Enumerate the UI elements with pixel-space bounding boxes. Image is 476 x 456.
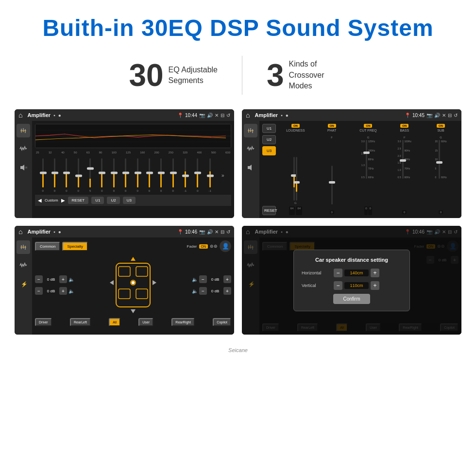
speaker-speaker-rr-icon: 🔈 [192,288,198,294]
eq-freq-80: 80 [99,151,102,154]
speaker-db-fr-minus[interactable]: − [199,275,207,283]
speaker-speaker-fr-icon: 🔈 [192,277,198,282]
crossover-ch-sub: ON SUB [423,124,459,134]
eq-sidebar-eq-icon[interactable] [17,124,30,137]
speaker-back-icon[interactable]: ↺ [226,229,230,235]
speaker-specialty-button[interactable]: Specialty [62,242,87,251]
crossover-sub-slider[interactable]: G 20 15 10 5 0 [423,136,459,204]
eq-slider-13[interactable]: -1 [184,158,187,192]
eq-back-icon[interactable]: ↺ [226,113,230,118]
screenshots-grid: ⌂ Amplifier ▪ ● 📍 10:44 📷 🔊 ✕ ⊟ ↺ [0,109,476,344]
speaker-camera-icon: 📷 [199,229,205,235]
eq-camera-icon: 📷 [199,113,205,118]
eq-slider-7[interactable]: 0 [113,158,115,192]
crossover-home-icon[interactable]: ⌂ [246,111,250,119]
speaker-sidebar-wave-icon[interactable] [17,259,30,272]
speaker-db-fl-plus[interactable]: + [59,275,67,283]
eq-slider-12[interactable]: 0 [172,158,173,192]
crossover-sidebar-volume-icon[interactable] [244,161,257,174]
eq-sidebar-wave-icon[interactable] [17,142,30,156]
speaker-fader-on[interactable]: ON [199,244,208,249]
eq-slider-3[interactable]: 0 [66,158,67,192]
svg-marker-30 [153,280,156,285]
crossover-cutfreq-on[interactable]: ON [364,124,372,128]
eq-slider-2[interactable]: 0 [54,158,55,192]
crossover-sidebar-eq-icon[interactable] [244,124,257,137]
speaker-db-fl-minus[interactable]: − [35,275,43,283]
eq-sliders: 0 0 0 0 5 0 0 0 0 0 0 0 -1 0 -1 » [35,156,231,195]
crossover-back-icon[interactable]: ↺ [454,113,458,118]
speaker-sidebar-bt-icon[interactable]: ⚡ [17,277,30,291]
speaker-all-button[interactable]: All [109,318,120,326]
eq-slider-11[interactable]: 0 [160,158,162,192]
speaker-db-rr-value: 0 dB [208,289,222,293]
speaker-user-button[interactable]: User [138,318,153,326]
crossover-cutfreq-slider[interactable]: G 3.0 2.1 1.3 0.5 [351,136,386,204]
eq-freq-500: 500 [211,151,216,154]
crossover-loudness-slider[interactable]: G [278,136,313,204]
eq-status-icons: 📍 10:44 📷 🔊 ✕ ⊟ ↺ [177,113,230,118]
speaker-driver-button[interactable]: Driver [35,318,52,326]
speaker-copilot-button[interactable]: Copilot [213,318,231,326]
svg-marker-27 [131,257,136,261]
speaker-home-icon[interactable]: ⌂ [18,228,22,236]
crossover-u1-button[interactable]: U1 [262,124,276,133]
eq-slider-5[interactable]: 5 [89,158,91,192]
crossover-u3-button[interactable]: U3 [262,146,276,155]
speaker-fader-control: Fader ON ⊜⊜ [187,244,218,249]
crossover-sidebar-wave-icon[interactable] [244,142,257,156]
eq-slider-8[interactable]: 0 [125,158,126,192]
crossover-reset-button[interactable]: RESET [262,206,276,215]
speaker-common-button[interactable]: Common [35,242,60,251]
eq-slider-14[interactable]: 0 [197,158,198,192]
dialog-horizontal-plus[interactable]: + [371,269,379,277]
svg-rect-22 [136,267,148,276]
crossover-phat-name: PHAT [327,129,336,132]
speaker-fader-icon: ⊜⊜ [210,244,218,249]
crossover-ch-loudness: ON LOUDNESS [278,124,313,134]
speaker-db-rr-plus[interactable]: + [223,287,231,295]
eq-slider-9[interactable]: 0 [136,158,138,192]
speaker-db-fl-value: 0 dB [44,277,58,282]
crossover-u2-button[interactable]: U2 [262,135,276,144]
speaker-db-rl-plus[interactable]: + [59,287,67,295]
eq-home-icon[interactable]: ⌂ [18,111,22,119]
dialog-vertical-plus[interactable]: + [371,281,379,290]
eq-slider-10[interactable]: 0 [149,158,150,192]
eq-volume-icon: 🔊 [207,113,213,118]
crossover-phat-on[interactable]: ON [328,124,336,128]
speaker-db-rr-minus[interactable]: − [199,287,207,295]
eq-slider-6[interactable]: 0 [101,158,102,192]
crossover-phat-slider[interactable]: F [314,136,350,204]
eq-sidebar-volume-icon[interactable]: )))) [17,161,30,174]
crossover-main: U1 U2 U3 RESET ON LOUDNESS [259,121,461,218]
crossover-bass-slider[interactable]: F 3.0 2.5 2.0 1.5 1.0 0.5 [387,136,422,204]
eq-slider-1[interactable]: 0 [42,158,44,192]
speaker-db-fr-plus[interactable]: + [223,275,231,283]
crossover-sub-on[interactable]: ON [437,124,445,128]
eq-next-icon[interactable]: ▶ [61,198,65,203]
dialog-horizontal-label: Horizontal [302,270,331,275]
watermark-text: Seicane [228,347,248,353]
dialog-horizontal-minus[interactable]: − [334,269,342,277]
eq-slider-4[interactable]: 0 [78,158,79,192]
eq-prev-icon[interactable]: ◀ [38,198,42,203]
eq-u2-button[interactable]: U2 [107,197,119,204]
eq-u3-button[interactable]: U3 [123,197,136,204]
eq-slider-15[interactable]: -1 [209,158,211,192]
dialog-confirm-button[interactable]: Confirm [333,294,370,304]
dialog-vertical-minus[interactable]: − [334,281,342,290]
speaker-sidebar-eq-icon[interactable] [17,240,30,254]
speaker-rearright-button[interactable]: RearRight [171,318,195,326]
eq-expand-icon[interactable]: » [221,173,224,178]
svg-marker-4 [20,165,24,170]
eq-time: 10:44 [185,113,197,118]
speaker-db-rl-minus[interactable]: − [35,287,43,295]
speaker-rearleft-button[interactable]: RearLeft [70,318,91,326]
crossover-loudness-on[interactable]: ON [291,124,300,128]
eq-u1-button[interactable]: U1 [91,197,104,204]
eq-reset-button[interactable]: RESET [68,197,89,204]
watermark: Seicane [0,344,476,356]
crossover-bass-on[interactable]: ON [400,124,408,128]
eq-freq-160: 160 [140,151,145,154]
